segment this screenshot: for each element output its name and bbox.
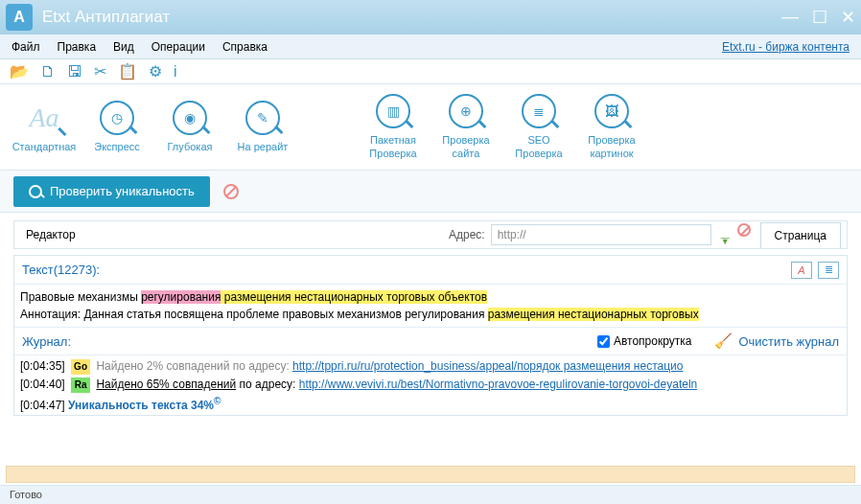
etxt-link[interactable]: Etxt.ru - биржа контента	[722, 40, 849, 54]
close-icon[interactable]: ✕	[841, 7, 855, 28]
paste-icon[interactable]: 📋	[118, 62, 137, 80]
broom-icon: 🧹	[714, 332, 733, 350]
menu-operations[interactable]: Операции	[151, 40, 205, 54]
cancel-icon[interactable]	[737, 223, 751, 237]
stack-icon: ▥	[387, 103, 400, 119]
globe-icon: ⊕	[460, 103, 472, 119]
rewrite-check-button[interactable]: ✎ На рерайт	[226, 101, 299, 153]
journal-row: [0:04:40] Ra Найдено 65% совпадений по а…	[20, 376, 841, 394]
spiral-icon: ◉	[184, 110, 196, 126]
picture-icon: 🖼	[605, 103, 618, 119]
check-bar: Проверить уникальность	[0, 171, 861, 213]
address-input[interactable]	[491, 224, 711, 245]
journal-row: [0:04:35] Go Найдено 2% совпадений по ад…	[20, 357, 841, 376]
app-icon: A	[6, 4, 33, 31]
maximize-icon[interactable]: ☐	[812, 7, 827, 28]
clear-journal-button[interactable]: 🧹 Очистить журнал	[714, 332, 839, 350]
download-icon[interactable]: _	[721, 223, 730, 246]
deep-check-button[interactable]: ◉ Глубокая	[153, 101, 226, 153]
big-toolbar: Aa Стандартная ◷ Экспресс ◉ Глубокая ✎ Н…	[0, 84, 861, 171]
stop-icon[interactable]	[223, 184, 239, 199]
status-bar: Готово	[0, 485, 861, 504]
site-check-button[interactable]: ⊕ Проверкасайта	[430, 94, 502, 159]
menu-edit[interactable]: Правка	[58, 40, 97, 54]
app-title: Etxt Антиплагиат	[42, 8, 781, 27]
cut-icon[interactable]: ✂	[94, 62, 106, 80]
batch-check-button[interactable]: ▥ ПакетнаяПроверка	[357, 94, 430, 159]
journal-row: [0:04:47] Уникальность текста 34%©	[20, 394, 841, 415]
autoscroll-checkbox[interactable]: Автопрокрутка	[597, 334, 691, 348]
editor-label: Редактор	[14, 228, 87, 241]
aa-icon: Aa	[29, 103, 58, 133]
lines-icon: ≣	[533, 103, 545, 119]
menubar: Файл Правка Вид Операции Справка Etxt.ru…	[0, 34, 861, 59]
address-label: Адрес:	[449, 228, 485, 241]
info-icon[interactable]: i	[174, 63, 177, 80]
window-controls: — ☐ ✕	[781, 7, 855, 28]
titlebar: A Etxt Антиплагиат — ☐ ✕	[0, 0, 861, 34]
editor-text[interactable]: Правовые механизмы регулирования размеще…	[14, 285, 847, 327]
clear-format-button[interactable]: ≣	[818, 262, 839, 279]
menu-help[interactable]: Справка	[222, 40, 268, 54]
express-check-button[interactable]: ◷ Экспресс	[81, 101, 153, 153]
settings-icon[interactable]: ⚙	[149, 62, 162, 80]
editor-header: Текст(12273): A ≣	[14, 256, 847, 285]
standard-check-button[interactable]: Aa Стандартная	[8, 101, 81, 153]
pencil-icon: ✎	[257, 110, 268, 126]
seo-check-button[interactable]: ≣ SEOПроверка	[502, 94, 575, 159]
clock-icon: ◷	[111, 110, 123, 126]
menu-file[interactable]: Файл	[12, 40, 40, 54]
work-area: Редактор Адрес: _ Страница Текст(12273):…	[0, 213, 861, 420]
new-icon[interactable]: 🗋	[40, 63, 56, 80]
check-uniqueness-button[interactable]: Проверить уникальность	[13, 176, 210, 207]
editor-panel: Текст(12273): A ≣ Правовые механизмы рег…	[13, 255, 848, 416]
image-check-button[interactable]: 🖼 Проверкакартинок	[575, 94, 648, 159]
journal-header: Журнал: Автопрокрутка 🧹 Очистить журнал	[14, 327, 847, 355]
save-icon[interactable]: 🖫	[67, 63, 82, 80]
menu-view[interactable]: Вид	[113, 40, 134, 54]
minimize-icon[interactable]: —	[781, 7, 799, 28]
journal-body[interactable]: [0:04:35] Go Найдено 2% совпадений по ад…	[14, 355, 847, 415]
font-button[interactable]: A	[791, 262, 812, 279]
progress-bar	[6, 466, 855, 483]
small-toolbar: 📂 🗋 🖫 ✂ 📋 ⚙ i	[0, 59, 861, 84]
address-row: Редактор Адрес: _ Страница	[13, 220, 848, 249]
open-icon[interactable]: 📂	[10, 62, 29, 80]
search-icon	[29, 185, 42, 198]
page-tab[interactable]: Страница	[760, 222, 841, 248]
